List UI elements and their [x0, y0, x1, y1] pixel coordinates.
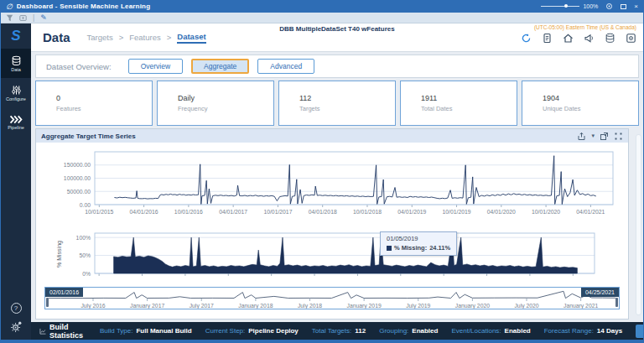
sidebar-item-pipeline[interactable]: Pipeline: [1, 107, 31, 137]
range-start-handle[interactable]: [46, 298, 49, 307]
date-range-slider[interactable]: 02/01/2016 04/25/2021 July 2016January 2…: [44, 287, 620, 309]
restart-button[interactable]: Restart: [636, 325, 644, 338]
build-statistics-bar: Build Statistics Build Type:Full Manual …: [31, 322, 643, 340]
aggregate-time-series-chart[interactable]: 0.0050000.00100000.00150000.0010/01/2015…: [48, 148, 621, 223]
chart-icon: [39, 326, 46, 336]
aggregate-panel: Aggregate Target Time Series ▾: [35, 128, 629, 320]
close-window-icon[interactable]: ×: [634, 3, 638, 10]
settings-gear-icon[interactable]: [10, 320, 23, 333]
tab-advanced[interactable]: Advanced: [257, 59, 314, 74]
breadcrumb-dataset[interactable]: Dataset: [177, 32, 205, 44]
expand-icon[interactable]: [614, 132, 623, 141]
zoom-slider-knob[interactable]: [564, 4, 568, 8]
app-logo-icon: ∅: [6, 3, 13, 11]
sidebar-item-data[interactable]: Data: [1, 49, 31, 78]
svg-text:50000.00: 50000.00: [67, 189, 91, 195]
series-swatch: [387, 246, 392, 251]
svg-text:0%: 0%: [82, 271, 91, 277]
range-end-badge[interactable]: 04/25/2021: [581, 288, 619, 297]
svg-text:100%: 100%: [76, 235, 91, 241]
tooltip-value: 24.11%: [429, 244, 450, 252]
stat-card-targets: 112 Targets: [278, 81, 396, 126]
svg-text:10/01/2018: 10/01/2018: [353, 209, 382, 215]
svg-text:July 2017: July 2017: [190, 303, 214, 309]
svg-text:10/01/2016: 10/01/2016: [174, 209, 203, 215]
breadcrumb-targets[interactable]: Targets: [87, 33, 113, 42]
breadcrumb-features[interactable]: Features: [129, 33, 161, 42]
stat-card-frequency: Daily Frequency: [157, 81, 274, 126]
svg-text:January 2019: January 2019: [347, 303, 382, 309]
svg-text:04/01/2017: 04/01/2017: [219, 209, 247, 215]
window-title: Dashboard - Sensible Machine Learning: [17, 3, 150, 10]
sidebar-item-configure[interactable]: Configure: [1, 78, 31, 107]
svg-text:10/01/2020: 10/01/2020: [532, 209, 560, 215]
svg-text:50%: 50%: [79, 252, 91, 258]
percent-missing-chart[interactable]: 0%50%100%: [48, 228, 603, 280]
stat-card-unique-dates: 1904 Unique Dates: [522, 81, 639, 126]
chevrons-icon: [9, 115, 23, 124]
field-event-locations: Event/Locations:Enabled: [451, 327, 530, 335]
caret-down-icon[interactable]: ▾: [591, 133, 595, 139]
window-frame-bottom: [1, 340, 643, 343]
refresh-icon[interactable]: [521, 33, 532, 44]
build-statistics-title: Build Statistics: [49, 323, 86, 340]
zoom-level: 100%: [583, 3, 598, 9]
settings-gear-icon[interactable]: [605, 3, 613, 10]
stat-cards: 0 Features Daily Frequency 112 Targets 1…: [35, 81, 639, 126]
breadcrumb: Targets > Features > Dataset: [87, 32, 206, 44]
data-settings-icon[interactable]: [626, 33, 636, 44]
database-icon[interactable]: [605, 33, 615, 44]
svg-text:January 2021: January 2021: [564, 303, 598, 309]
svg-text:150000.00: 150000.00: [64, 162, 91, 168]
export-icon[interactable]: [577, 132, 586, 141]
stat-card-total-dates: 1911 Total Dates: [400, 81, 517, 126]
toolbar-divider: |: [33, 13, 34, 22]
svg-text:July 2018: July 2018: [298, 303, 322, 309]
zoom-slider-track[interactable]: [541, 6, 579, 7]
help-icon[interactable]: ?: [11, 303, 22, 314]
svg-text:100000.00: 100000.00: [64, 175, 91, 181]
stat-card-features: 0 Features: [35, 81, 153, 126]
svg-text:10/01/2015: 10/01/2015: [85, 209, 113, 215]
tab-aggregate[interactable]: Aggregate: [191, 59, 249, 74]
slider-overview-chart[interactable]: July 2016January 2017July 2017January 20…: [45, 288, 619, 309]
svg-text:January 2018: January 2018: [238, 303, 273, 309]
svg-text:04/01/2020: 04/01/2020: [487, 209, 516, 215]
range-end-handle[interactable]: [615, 298, 618, 307]
dataset-overview-label: Dataset Overview:: [46, 62, 112, 71]
field-build-type: Build Type:Full Manual Build: [100, 327, 192, 335]
svg-text:04/01/2018: 04/01/2018: [309, 209, 337, 215]
svg-text:July 2016: July 2016: [80, 303, 105, 309]
popout-icon[interactable]: [600, 132, 609, 141]
svg-text:July 2019: July 2019: [406, 303, 430, 309]
timezone-label: (UTC-05:00) Eastern Time (US & Canada): [521, 24, 636, 30]
field-forecast-range: Forecast Range:14 Days: [544, 327, 622, 335]
svg-text:10/01/2019: 10/01/2019: [443, 209, 471, 215]
content-area: Dataset Overview: Overview Aggregate Adv…: [31, 52, 643, 322]
edit-pencil-icon[interactable]: ✎: [40, 13, 47, 22]
zoom-slider[interactable]: 100%: [541, 3, 598, 9]
left-sidebar: S Data Configure: [1, 23, 31, 340]
missing-axis-label: % Missing: [56, 241, 62, 268]
dataset-name: DBB MultipleDataSet T40 wFeatures: [279, 25, 394, 33]
tooltip-date: 01/05/2019: [387, 235, 450, 242]
svg-text:04/01/2021: 04/01/2021: [576, 209, 605, 215]
svg-text:04/01/2016: 04/01/2016: [130, 209, 158, 215]
announcements-icon[interactable]: [584, 33, 595, 44]
brand-logo[interactable]: S: [1, 23, 31, 49]
page-header: Data Targets > Features > Dataset DBB Mu…: [31, 23, 643, 52]
tab-overview[interactable]: Overview: [128, 59, 183, 74]
quick-toolbar: | ✎: [1, 13, 643, 23]
page-title: Data: [43, 30, 70, 44]
restore-window-icon[interactable]: [621, 4, 626, 9]
field-total-targets: Total Targets:112: [312, 327, 366, 335]
range-start-badge[interactable]: 02/01/2016: [45, 288, 83, 297]
field-grouping: Grouping:Enabled: [379, 327, 438, 335]
scrollbar[interactable]: [636, 134, 641, 315]
breadcrumb-separator: >: [119, 33, 124, 42]
tooltip-series: % Missing:: [394, 244, 427, 252]
report-icon[interactable]: [542, 33, 553, 44]
window-titlebar: ∅ Dashboard - Sensible Machine Learning …: [1, 0, 643, 13]
home-icon[interactable]: [563, 33, 574, 44]
chart-tooltip: 01/05/2019 % Missing: 24.11%: [380, 231, 457, 256]
